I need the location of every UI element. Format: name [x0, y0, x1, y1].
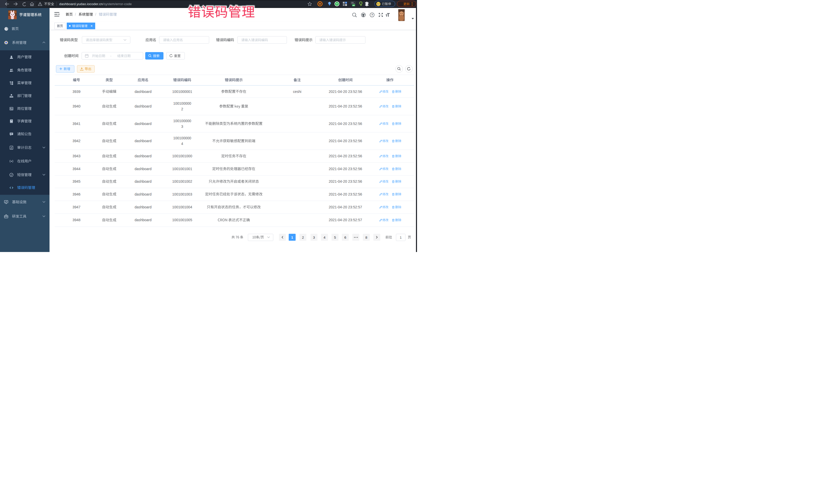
svg-text:2021-04-20 23:52:56: 2021-04-20 23:52:56	[329, 122, 362, 126]
svg-text:1001001001: 1001001001	[172, 167, 192, 171]
svg-text:1001001000: 1001001000	[172, 154, 192, 158]
svg-text:2021-04-20 23:52:56: 2021-04-20 23:52:56	[329, 154, 362, 158]
svg-text:2: 2	[181, 107, 183, 111]
svg-text:1001000001: 1001000001	[172, 90, 192, 94]
svg-text:dashboard: dashboard	[134, 179, 151, 183]
svg-text:2021-04-20 23:52:56: 2021-04-20 23:52:56	[329, 179, 362, 183]
svg-text:3945: 3945	[72, 179, 80, 183]
svg-text:1001001003: 1001001003	[172, 192, 192, 196]
svg-text:dashboard: dashboard	[134, 205, 151, 209]
svg-text:3939: 3939	[72, 90, 80, 94]
svg-text:2021-04-20 23:52:57: 2021-04-20 23:52:57	[329, 218, 362, 222]
svg-text:1001001002: 1001001002	[172, 179, 192, 183]
svg-text:ceshi: ceshi	[293, 90, 302, 94]
svg-text:?: ?	[371, 13, 373, 17]
svg-text:dashboard: dashboard	[134, 122, 151, 126]
svg-text:4: 4	[181, 141, 183, 146]
svg-text:3947: 3947	[72, 205, 80, 209]
svg-text:dashboard: dashboard	[134, 104, 151, 108]
svg-text:2021-04-20 23:52:56: 2021-04-20 23:52:56	[329, 90, 362, 94]
svg-text:dashboard: dashboard	[134, 90, 151, 94]
svg-text:3943: 3943	[72, 154, 80, 158]
svg-text:2021-04-20 23:52:56: 2021-04-20 23:52:56	[329, 104, 362, 108]
svg-text:100100000: 100100000	[173, 119, 191, 123]
svg-text:dashboard: dashboard	[134, 154, 151, 158]
svg-text:dashboard: dashboard	[134, 218, 151, 222]
svg-text:3948: 3948	[72, 218, 80, 222]
svg-text:100100000: 100100000	[173, 136, 191, 140]
svg-text:dashboard: dashboard	[134, 167, 151, 171]
svg-text:2021-04-20 23:52:56: 2021-04-20 23:52:56	[329, 139, 362, 143]
svg-text:3944: 3944	[72, 167, 80, 171]
svg-text:2021-04-20 23:52:56: 2021-04-20 23:52:56	[329, 192, 362, 196]
svg-text:3942: 3942	[72, 139, 80, 143]
svg-text:3941: 3941	[72, 122, 80, 126]
svg-text:100100000: 100100000	[173, 101, 191, 106]
svg-text:1001001005: 1001001005	[172, 218, 192, 222]
svg-text:1001001004: 1001001004	[172, 205, 192, 209]
svg-text:2021-04-20 23:52:56: 2021-04-20 23:52:56	[329, 167, 362, 171]
svg-text:2021-04-20 23:52:57: 2021-04-20 23:52:57	[329, 205, 362, 209]
svg-text:dashboard: dashboard	[134, 139, 151, 143]
svg-text:on: on	[353, 4, 355, 6]
svg-text:3946: 3946	[72, 192, 80, 196]
svg-text:3: 3	[181, 125, 183, 129]
svg-text:dashboard: dashboard	[134, 192, 151, 196]
svg-text:3940: 3940	[72, 104, 80, 108]
